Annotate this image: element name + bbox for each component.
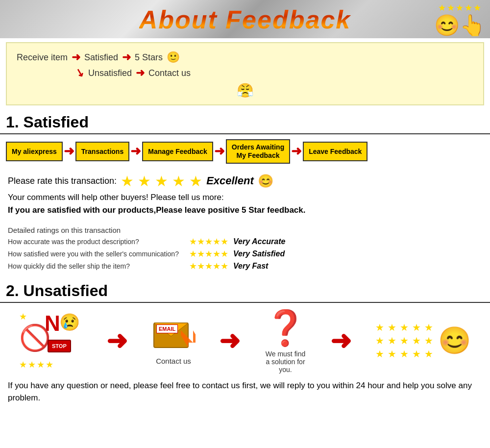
- step-leave-feedback[interactable]: Leave Feedback: [303, 142, 368, 161]
- star-icon: ★: [424, 322, 435, 333]
- contact-us-label: Contact us: [156, 357, 191, 365]
- no-sign-icon: 🚫: [19, 323, 51, 353]
- star-corner-icon: ★: [19, 311, 27, 322]
- star-icon: ★: [424, 335, 435, 347]
- step-arrow-icon: ➜: [63, 144, 75, 159]
- star-icon: ★: [412, 335, 423, 347]
- unsat-block-question: ❓ We must find a solution for you.: [264, 308, 307, 373]
- section2-header: 2. Unsatisfied: [0, 278, 490, 303]
- detail-rating-3: Very Fast: [233, 262, 268, 271]
- page-header: About Feedback ★ ★ ★ ★ ★ 😊👆: [0, 0, 490, 38]
- step-manage-feedback[interactable]: Manage Feedback: [142, 142, 213, 161]
- star-icon: ★: [412, 322, 423, 333]
- step-transactions[interactable]: Transactions: [75, 142, 129, 161]
- rate-label: Please rate this transaction:: [8, 176, 117, 186]
- smile-excellent-icon: 😊: [258, 174, 273, 189]
- unsat-arrow-1: ➜: [106, 326, 128, 355]
- step-arrow-icon: ➜: [129, 144, 142, 159]
- smiley-hand-icon: 😊👆: [434, 13, 485, 37]
- detail-rating-2: Very Satisfied: [233, 249, 285, 258]
- detail-label-1: How accurate was the product description…: [8, 238, 184, 246]
- detailed-ratings: Detailed ratings on this transaction How…: [0, 224, 490, 278]
- steps-row: My aliexpress ➜ Transactions ➜ Manage Fe…: [0, 134, 490, 169]
- star-icon: ★: [388, 335, 398, 347]
- flow-row-satisfied: Receive item ➜ Satisfied ➜ 5 Stars 🙂: [17, 51, 473, 64]
- happy-face-icon: 😊: [438, 325, 471, 356]
- detail-stars-1: ★★★★★: [189, 236, 228, 247]
- star-icon: ★: [375, 335, 386, 347]
- star-icon: ★: [473, 2, 481, 13]
- receive-item-label: Receive item: [17, 52, 68, 63]
- rating-star: ★: [155, 173, 168, 190]
- star-icon: ★: [19, 359, 27, 370]
- star-icon: ★: [388, 322, 398, 333]
- star-icon: ★: [388, 348, 398, 360]
- star-icon: ★: [424, 348, 435, 360]
- star-icon: ★: [37, 359, 45, 370]
- step-arrow-icon: ➜: [290, 144, 303, 159]
- flow-row-unsatisfied: ↘ Unsatisfied ➜ Contact us: [75, 67, 473, 79]
- star-icon: ★: [456, 2, 464, 13]
- star-icon: ★: [28, 359, 36, 370]
- star-icon: ★: [447, 2, 455, 13]
- header-stars: ★ ★ ★ ★ ★: [438, 2, 481, 13]
- stars-grid: ★ ★ ★ ★ ★ ★ ★ ★ ★ ★ ★ ★ ★ ★ ★: [375, 322, 435, 360]
- unsat-arrow-2: ➜: [219, 326, 241, 355]
- comment-line: Your comments will help other buyers! Pl…: [8, 193, 482, 202]
- smile-icon: 🙂: [167, 51, 180, 64]
- bottom-text: If you have any question or need, please…: [0, 373, 490, 410]
- section1-header: 1. Satisfied: [0, 109, 490, 134]
- header-icons: ★ ★ ★ ★ ★ 😊👆: [434, 2, 485, 37]
- solution-text: We must find a solution for you.: [266, 350, 305, 373]
- flow-box: Receive item ➜ Satisfied ➜ 5 Stars 🙂 ↘ U…: [6, 42, 484, 105]
- rating-star: ★: [172, 173, 185, 190]
- rating-section: Please rate this transaction: ★ ★ ★ ★ ★ …: [0, 169, 490, 224]
- section1-title: 1. Satisfied: [6, 113, 89, 131]
- star-icon: ★: [375, 348, 386, 360]
- detail-row-3: How quickly did the seller ship the item…: [8, 261, 482, 272]
- unhappy-emoji-container: 😤: [17, 82, 473, 99]
- stop-sign: STOP: [48, 340, 71, 352]
- sad-face-icon: 😢: [59, 312, 80, 332]
- detail-label-3: How quickly did the seller ship the item…: [8, 262, 184, 270]
- detail-stars-3: ★★★★★: [189, 261, 228, 272]
- detail-label-2: How satisfied were you with the seller's…: [8, 250, 184, 258]
- step-orders-awaiting[interactable]: Orders AwaitingMy Feedback: [226, 139, 290, 164]
- page-title: About Feedback: [139, 5, 351, 34]
- star-icon: ★: [438, 2, 446, 13]
- star-icon: ★: [400, 322, 411, 333]
- detail-rating-1: Very Accurate: [233, 237, 285, 246]
- five-stars-label: 5 Stars: [135, 52, 163, 63]
- satisfied-label: Satisfied: [84, 52, 118, 63]
- unsat-block-email: EMAIL Contact us: [151, 316, 196, 365]
- arrow-right-icon: ➜: [72, 51, 80, 64]
- email-text: EMAIL: [156, 324, 178, 333]
- rating-star: ★: [189, 173, 202, 190]
- excellent-label: Excellent: [206, 174, 254, 187]
- step-my-aliexpress[interactable]: My aliexpress: [6, 142, 63, 161]
- arrow-right-icon: ➜: [122, 51, 131, 64]
- arrow-right-icon: ➜: [136, 67, 145, 79]
- unsat-block-stars: ★ ★ ★ ★ ★ ★ ★ ★ ★ ★ ★ ★ ★ ★ ★ 😊: [375, 322, 471, 360]
- star-icon: ★: [375, 322, 386, 333]
- contact-us-label: Contact us: [148, 68, 191, 78]
- section2-title: 2. Unsatisfied: [6, 282, 108, 299]
- step-arrow-icon: ➜: [213, 144, 226, 159]
- unsatisfied-flow: ★ N 😢 🚫 STOP ★ ★ ★ ★ ➜: [0, 303, 490, 373]
- star-icon: ★: [46, 359, 53, 370]
- unsat-arrow-3: ➜: [330, 326, 352, 355]
- unsat-block-nosign: ★ N 😢 🚫 STOP ★ ★ ★ ★: [19, 311, 83, 370]
- star-icon: ★: [400, 335, 411, 347]
- question-figure-icon: ❓: [264, 308, 307, 348]
- detail-row-2: How satisfied were you with the seller's…: [8, 249, 482, 259]
- star-icon: ★: [400, 348, 411, 360]
- detail-title: Detailed ratings on this transaction: [8, 226, 482, 234]
- arrow-down-right-icon: ↘: [74, 66, 86, 80]
- rating-star: ★: [138, 173, 151, 190]
- positive-note: If you are satisfied with our products,P…: [8, 205, 482, 215]
- detail-stars-2: ★★★★★: [189, 249, 228, 259]
- bottom-stars: ★ ★ ★ ★: [19, 359, 53, 370]
- star-icon: ★: [412, 348, 423, 360]
- rating-star: ★: [121, 173, 134, 190]
- unsat-icons-container: ★ N 😢 🚫 STOP ★ ★ ★ ★: [19, 311, 83, 370]
